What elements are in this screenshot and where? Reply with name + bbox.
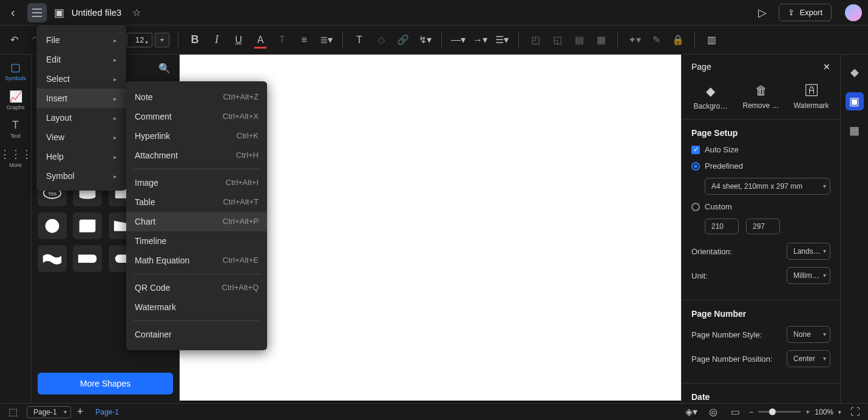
pages-layout-icon[interactable]: ⬚	[5, 404, 21, 420]
shapes-search-icon[interactable]: 🔍	[158, 63, 171, 74]
line-weight-button[interactable]: ☰▾	[494, 32, 510, 48]
menu-view[interactable]: View▸	[36, 127, 126, 147]
shape-item[interactable]	[38, 212, 67, 239]
insert-hyperlink[interactable]: HyperlinkCtrl+K	[126, 126, 267, 146]
insert-timeline[interactable]: Timeline	[126, 231, 267, 251]
text-tool-button[interactable]: T	[351, 32, 367, 48]
book-icon[interactable]: ▭	[727, 404, 743, 420]
predefined-size-select[interactable]: A4 sheet, 210mm x 297 mm	[705, 178, 830, 195]
page-tab[interactable]: Page-1	[89, 408, 125, 416]
rotate-button[interactable]: ◇	[373, 32, 389, 48]
predefined-label: Predefined	[705, 161, 743, 171]
italic-button[interactable]: I	[209, 32, 225, 48]
focus-icon[interactable]: ◎	[705, 404, 721, 420]
menu-help[interactable]: Help▸	[36, 147, 126, 166]
insert-table[interactable]: TableCtrl+Alt+T	[126, 192, 267, 212]
page-panel-icon[interactable]: ▣	[846, 92, 864, 110]
underline-button[interactable]: U	[231, 32, 246, 48]
add-page-button[interactable]: +	[77, 405, 84, 418]
shape-item[interactable]	[38, 245, 67, 272]
menu-file[interactable]: File▸	[36, 30, 126, 50]
pn-style-select[interactable]: None	[787, 326, 830, 343]
link-button[interactable]: 🔗	[395, 32, 411, 48]
menu-select[interactable]: Select▸	[36, 69, 126, 89]
rail-graphs[interactable]: 📈Graphs	[4, 86, 28, 112]
format-toolbar: ↶ ↷ − 12 + B I U A T ≡ ≣▾ T ◇ 🔗 ↯▾ ―▾ →▾…	[0, 25, 868, 55]
insert-image[interactable]: ImageCtrl+Alt+I	[126, 173, 267, 192]
text-style-button[interactable]: T	[274, 32, 290, 48]
present-button[interactable]: ▷	[758, 6, 767, 19]
fullscreen-icon[interactable]: ⛶	[847, 404, 863, 420]
edit-button[interactable]: ✎	[648, 32, 664, 48]
shape-item[interactable]	[73, 245, 102, 272]
svg-text:Yes: Yes	[48, 191, 56, 197]
user-avatar[interactable]	[845, 4, 862, 21]
unit-select[interactable]: Millim…	[787, 267, 830, 284]
fill-tool-icon[interactable]: ◆	[846, 63, 864, 81]
page-width-input[interactable]: 210	[705, 218, 739, 234]
auto-size-checkbox[interactable]: ✓	[691, 146, 700, 154]
line-style-button[interactable]: ―▾	[450, 32, 466, 48]
undo-button[interactable]: ↶	[6, 32, 22, 48]
document-title[interactable]: Untitled file3	[72, 7, 122, 18]
watermark-button[interactable]: 🄰Watermark	[790, 84, 833, 110]
effects-button[interactable]: ✦▾	[626, 32, 642, 48]
zoom-in-button[interactable]: +	[805, 408, 810, 416]
insert-qr-code[interactable]: QR CodeCtrl+Alt+Q	[126, 278, 267, 297]
auto-size-row[interactable]: ✓ Auto Size	[691, 145, 830, 154]
background-button[interactable]: ◆Backgro…	[690, 84, 732, 110]
custom-row[interactable]: Custom	[691, 202, 830, 211]
insert-note[interactable]: NoteCtrl+Alt+Z	[126, 87, 267, 107]
layers-icon[interactable]: ◈▾	[683, 404, 699, 420]
export-button[interactable]: ⇪ Export	[779, 4, 832, 21]
close-panel-icon[interactable]: ✕	[823, 62, 830, 72]
bring-front-button[interactable]: ◰	[527, 32, 543, 48]
arrow-style-button[interactable]: →▾	[472, 32, 488, 48]
zoom-slider[interactable]	[758, 411, 801, 413]
connector-button[interactable]: ↯▾	[417, 32, 433, 48]
insert-attachment[interactable]: AttachmentCtrl+H	[126, 146, 267, 165]
remove-bg-button[interactable]: 🗑Remove …	[740, 84, 782, 110]
rail-more[interactable]: ⋮⋮⋮More	[4, 144, 28, 169]
orientation-select[interactable]: Lands…	[787, 243, 830, 260]
insert-comment[interactable]: CommentCtrl+Alt+X	[126, 107, 267, 126]
insert-math-equation[interactable]: Math EquationCtrl+Alt+E	[126, 251, 267, 270]
main-menu-button[interactable]	[27, 3, 47, 22]
chevron-right-icon: ▸	[114, 56, 117, 63]
font-size-increase[interactable]: +	[155, 33, 169, 47]
send-back-button[interactable]: ◱	[549, 32, 565, 48]
layout-button[interactable]: ▥	[704, 32, 719, 48]
chevron-right-icon: ▸	[114, 134, 117, 141]
predefined-radio[interactable]	[691, 162, 700, 171]
pn-position-select[interactable]: Center	[787, 350, 830, 367]
favorite-star-icon[interactable]: ☆	[132, 7, 141, 18]
font-color-button[interactable]: A	[253, 32, 268, 48]
line-spacing-button[interactable]: ≣▾	[318, 32, 334, 48]
grid-panel-icon[interactable]: ▦	[846, 121, 864, 140]
page-height-input[interactable]: 297	[746, 218, 780, 234]
predefined-row[interactable]: Predefined	[691, 161, 830, 171]
group-button[interactable]: ▦	[593, 32, 609, 48]
lock-button[interactable]: 🔒	[670, 32, 686, 48]
menu-edit[interactable]: Edit▸	[36, 50, 126, 69]
shape-item[interactable]	[73, 212, 102, 239]
menu-symbol[interactable]: Symbol▸	[36, 166, 126, 186]
rail-symbols[interactable]: ▢Symbols	[4, 57, 28, 83]
back-button[interactable]: ‹	[6, 3, 20, 22]
insert-chart[interactable]: ChartCtrl+Alt+P	[126, 212, 267, 231]
more-shapes-button[interactable]: More Shapes	[38, 373, 173, 395]
menu-insert[interactable]: Insert▸	[36, 89, 126, 108]
align-button[interactable]: ≡	[296, 32, 312, 48]
page-select[interactable]: Page-1	[27, 406, 71, 418]
align-objects-button[interactable]: ▤	[571, 32, 587, 48]
chevron-down-icon[interactable]: ▾	[838, 409, 841, 415]
insert-container[interactable]: Container	[126, 325, 267, 344]
rail-text[interactable]: TText	[4, 115, 28, 140]
zoom-value[interactable]: 100%	[815, 408, 833, 416]
custom-radio[interactable]	[691, 203, 700, 211]
insert-watermark[interactable]: Watermark	[126, 297, 267, 317]
bold-button[interactable]: B	[187, 32, 203, 48]
font-size-value[interactable]: 12	[127, 33, 152, 47]
zoom-out-button[interactable]: −	[749, 408, 753, 416]
menu-layout[interactable]: Layout▸	[36, 108, 126, 127]
